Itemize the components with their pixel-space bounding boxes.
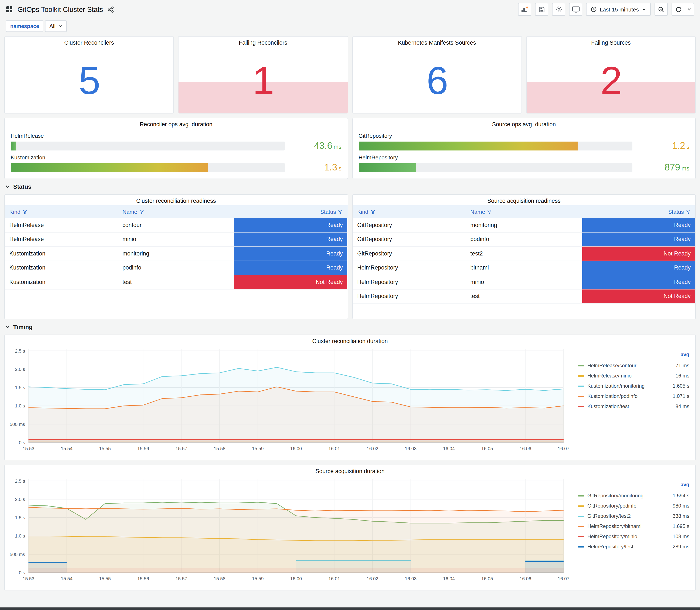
column-header-kind[interactable]: Kind: [353, 205, 466, 218]
bargauge-track: [358, 163, 632, 172]
cycle-view-mode-button[interactable]: [569, 3, 582, 16]
bargauge-label: Kustomization: [11, 154, 342, 161]
svg-text:15:58: 15:58: [214, 576, 226, 581]
dashboard-settings-button[interactable]: [552, 3, 565, 16]
panel-title: Reconciler ops avg. duration: [5, 118, 347, 129]
legend-item[interactable]: GitRepository/test2338 ms: [578, 511, 689, 521]
table-row[interactable]: HelmReleasecontourReady: [5, 218, 347, 232]
cell-status: Ready: [234, 218, 347, 232]
save-dashboard-button[interactable]: [535, 3, 548, 16]
legend-item[interactable]: GitRepository/podinfo980 ms: [578, 501, 689, 511]
table-row[interactable]: HelmRepositorybitnamiReady: [353, 261, 695, 275]
panel-title: Failing Reconcilers: [179, 36, 348, 47]
series-name: Kustomization/monitoring: [587, 383, 645, 389]
table-row[interactable]: HelmRepositorytestNot Ready: [353, 289, 695, 304]
gauges-row: Reconciler ops avg. durationHelmRelease4…: [4, 118, 696, 179]
legend-item[interactable]: HelmRepository/test289 ms: [578, 542, 689, 552]
svg-text:15:53: 15:53: [22, 446, 34, 451]
svg-text:1.5 s: 1.5 s: [15, 515, 25, 520]
timeseries-plot[interactable]: 0 s500 ms1.0 s1.5 s2.0 s2.5 s15:5315:541…: [5, 476, 569, 587]
svg-text:16:06: 16:06: [520, 446, 531, 451]
time-range-picker[interactable]: Last 15 minutes: [586, 3, 651, 16]
table-row[interactable]: HelmRepositoryminioReady: [353, 275, 695, 289]
series-name: Kustomization/podinfo: [587, 393, 637, 399]
refresh-interval-dropdown[interactable]: [685, 3, 694, 16]
stat-body: 2: [526, 47, 696, 113]
column-header-status[interactable]: Status: [582, 205, 695, 218]
refresh-button-group: [671, 3, 694, 16]
share-icon[interactable]: [108, 6, 114, 13]
table-row[interactable]: KustomizationtestNot Ready: [5, 275, 347, 289]
bargauge-fill: [11, 163, 208, 172]
bargauge-label: GitRepository: [358, 133, 689, 139]
series-name: Kustomization/test: [587, 403, 629, 410]
refresh-button[interactable]: [671, 3, 685, 16]
table-row[interactable]: HelmReleaseminioReady: [5, 232, 347, 246]
legend-item[interactable]: Kustomization/test84 ms: [578, 401, 689, 412]
add-panel-button[interactable]: [518, 3, 531, 16]
window-bottom-edge: [0, 608, 700, 610]
filter-icon[interactable]: [487, 209, 492, 214]
filter-icon[interactable]: [370, 209, 375, 214]
filter-icon[interactable]: [686, 209, 691, 214]
cell-kind: HelmRelease: [5, 218, 118, 232]
legend: avgGitRepository/monitoring1.594 sGitRep…: [578, 476, 695, 590]
panel-title: Kubernetes Manifests Sources: [353, 36, 521, 47]
svg-text:16:01: 16:01: [328, 576, 340, 581]
series-avg: 980 ms: [672, 503, 689, 509]
cell-name: test2: [466, 246, 582, 260]
legend-item[interactable]: HelmRepository/bitnami1.695 s: [578, 521, 689, 531]
cell-kind: HelmRepository: [353, 275, 466, 289]
svg-text:16:07: 16:07: [558, 446, 569, 451]
bargauge-track: [11, 141, 284, 150]
svg-text:15:57: 15:57: [176, 446, 187, 451]
filter-icon[interactable]: [22, 209, 27, 214]
column-header-name[interactable]: Name: [466, 205, 582, 218]
dashboard-header: GitOps Toolkit Cluster Stats Last 15 min…: [0, 0, 700, 19]
grafana-dashboard: GitOps Toolkit Cluster Stats Last 15 min…: [0, 0, 700, 610]
section-status[interactable]: Status: [4, 179, 696, 194]
zoom-out-button[interactable]: [654, 3, 668, 16]
legend: avgHelmRelease/contour71 msHelmRelease/m…: [578, 346, 695, 460]
variable-namespace-select[interactable]: All: [45, 20, 66, 32]
svg-text:2.0 s: 2.0 s: [15, 367, 25, 372]
legend-item[interactable]: HelmRelease/contour71 ms: [578, 360, 689, 371]
svg-text:2.5 s: 2.5 s: [15, 348, 25, 354]
section-timing[interactable]: Timing: [4, 319, 696, 335]
cell-name: bitnami: [466, 261, 582, 275]
cell-name: monitoring: [466, 218, 582, 232]
legend-item[interactable]: Kustomization/monitoring1.605 s: [578, 381, 689, 391]
filter-icon[interactable]: [338, 209, 343, 214]
svg-text:15:53: 15:53: [22, 576, 34, 581]
bargauge-line: 1.3s: [11, 162, 342, 173]
bargauge-value: 879ms: [632, 162, 689, 173]
cell-kind: GitRepository: [353, 218, 466, 232]
value-number: 879: [665, 162, 680, 173]
dashboard-grid-icon[interactable]: [6, 6, 13, 13]
column-header-status[interactable]: Status: [234, 205, 347, 218]
table-body: HelmReleasecontourReadyHelmReleaseminioR…: [5, 218, 347, 319]
bargauge-row: HelmRelease43.6ms: [11, 133, 342, 151]
dashboard-title: GitOps Toolkit Cluster Stats: [17, 5, 103, 13]
legend-item[interactable]: Kustomization/podinfo1.071 s: [578, 391, 689, 401]
table-row[interactable]: GitRepositorypodinfoReady: [353, 232, 695, 246]
legend-item[interactable]: GitRepository/monitoring1.594 s: [578, 491, 689, 501]
legend-item[interactable]: HelmRepository/minio108 ms: [578, 531, 689, 542]
bargauge-row: Kustomization1.3s: [11, 154, 342, 173]
svg-text:1.0 s: 1.0 s: [15, 403, 25, 408]
column-header-kind[interactable]: Kind: [5, 205, 118, 218]
table-row[interactable]: GitRepositorymonitoringReady: [353, 218, 695, 232]
filter-icon[interactable]: [140, 209, 144, 214]
chevron-down-icon: [5, 324, 10, 330]
timeseries-plot[interactable]: 0 s500 ms1.0 s1.5 s2.0 s2.5 s15:5315:541…: [5, 346, 569, 457]
cell-status: Ready: [582, 218, 695, 232]
legend-item[interactable]: HelmRelease/minio16 ms: [578, 371, 689, 381]
table-row[interactable]: KustomizationpodinfoReady: [5, 261, 347, 275]
table-row[interactable]: GitRepositorytest2Not Ready: [353, 246, 695, 261]
column-header-name[interactable]: Name: [118, 205, 234, 218]
value-number: 43.6: [314, 140, 332, 151]
bargauge-track: [11, 163, 284, 172]
table-row[interactable]: KustomizationmonitoringReady: [5, 246, 347, 261]
svg-text:500 ms: 500 ms: [10, 552, 25, 557]
panel-title: Source ops avg. duration: [353, 118, 695, 129]
